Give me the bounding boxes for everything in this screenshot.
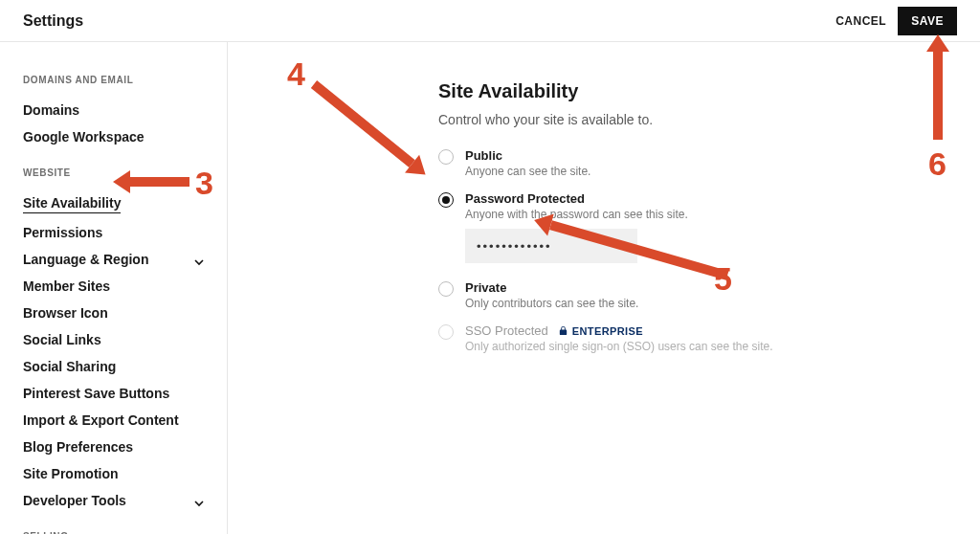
option-private-desc: Only contributors can see the site. xyxy=(465,297,934,310)
sidebar-item-site-availability[interactable]: Site Availability xyxy=(23,189,227,219)
sidebar-item-site-promotion[interactable]: Site Promotion xyxy=(23,460,227,487)
option-password-title: Password Protected xyxy=(465,191,934,206)
option-public-title: Public xyxy=(465,148,934,163)
option-password-protected[interactable]: Password Protected Anyone with the passw… xyxy=(438,191,934,267)
sidebar-item-permissions[interactable]: Permissions xyxy=(23,219,227,246)
option-public[interactable]: Public Anyone can see the site. xyxy=(438,148,934,178)
page-title: Settings xyxy=(23,12,83,30)
radio-password-protected[interactable] xyxy=(438,192,454,208)
sidebar-item-domains[interactable]: Domains xyxy=(23,97,227,123)
option-sso-title: SSO Protected xyxy=(465,323,548,338)
sidebar: DOMAINS AND EMAIL Domains Google Workspa… xyxy=(0,42,228,534)
option-sso-protected: SSO Protected ENTERPRISE Only authorized… xyxy=(438,323,934,353)
top-actions: CANCEL SAVE xyxy=(835,7,957,35)
sidebar-item-google-workspace[interactable]: Google Workspace xyxy=(23,123,227,150)
password-input[interactable] xyxy=(465,229,637,263)
chevron-down-icon xyxy=(194,496,204,505)
option-sso-desc: Only authorized single sign-on (SSO) use… xyxy=(465,340,934,353)
option-private[interactable]: Private Only contributors can see the si… xyxy=(438,280,934,310)
sidebar-item-social-sharing[interactable]: Social Sharing xyxy=(23,353,227,380)
sidebar-item-developer-tools[interactable]: Developer Tools xyxy=(23,487,227,514)
panel-title: Site Availability xyxy=(438,80,934,102)
sidebar-section-domains-and-email: DOMAINS AND EMAIL xyxy=(23,75,227,85)
sidebar-item-language-region[interactable]: Language & Region xyxy=(23,246,227,273)
sidebar-section-website: WEBSITE xyxy=(23,167,227,178)
main-panel: Site Availability Control who your site … xyxy=(228,42,980,534)
top-bar: Settings CANCEL SAVE xyxy=(0,0,980,42)
radio-sso-protected xyxy=(438,324,454,340)
sidebar-item-pinterest-save-buttons[interactable]: Pinterest Save Buttons xyxy=(23,380,227,407)
option-private-title: Private xyxy=(465,280,934,295)
radio-public[interactable] xyxy=(438,149,454,165)
radio-private[interactable] xyxy=(438,281,454,297)
save-button[interactable]: SAVE xyxy=(898,7,957,35)
sidebar-item-social-links[interactable]: Social Links xyxy=(23,326,227,353)
option-password-desc: Anyone with the password can see this si… xyxy=(465,208,934,221)
panel-subtitle: Control who your site is available to. xyxy=(438,112,934,127)
chevron-down-icon xyxy=(194,255,204,264)
sidebar-item-browser-icon[interactable]: Browser Icon xyxy=(23,300,227,326)
sidebar-item-blog-preferences[interactable]: Blog Preferences xyxy=(23,434,227,460)
sidebar-item-member-sites[interactable]: Member Sites xyxy=(23,273,227,300)
enterprise-badge: ENTERPRISE xyxy=(558,325,643,337)
cancel-button[interactable]: CANCEL xyxy=(835,14,886,28)
option-public-desc: Anyone can see the site. xyxy=(465,165,934,178)
sidebar-item-import-export-content[interactable]: Import & Export Content xyxy=(23,407,227,434)
lock-icon xyxy=(558,325,568,336)
